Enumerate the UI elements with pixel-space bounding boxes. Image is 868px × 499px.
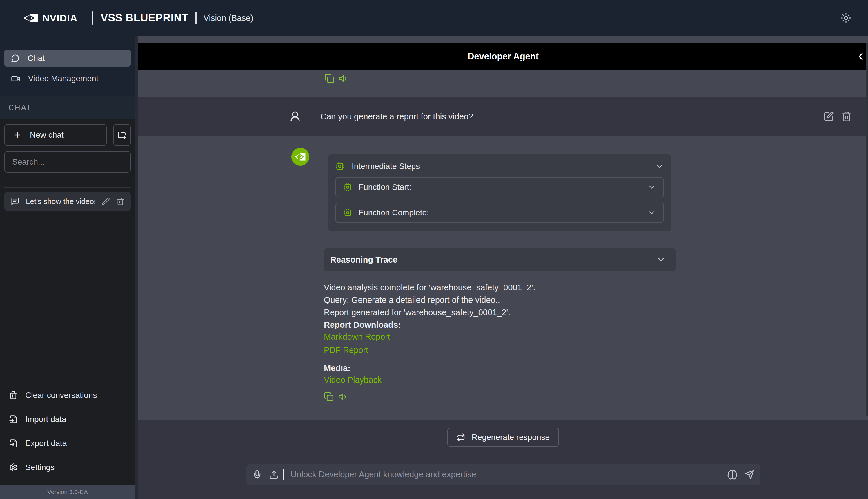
trash-icon [9,391,18,400]
trash-icon [116,197,124,205]
chat-input[interactable] [291,470,720,479]
footer-item-label: Export data [25,439,67,448]
chevron-left-icon [855,51,866,62]
footer-item-label: Clear conversations [25,391,97,400]
new-folder-button[interactable] [113,124,131,146]
send-message-button[interactable] [745,470,754,479]
markdown-report-link[interactable]: Markdown Report [324,332,676,342]
agent-title: Developer Agent [468,51,539,62]
copy-icon [324,74,334,84]
agent-title-bar: Developer Agent [138,44,868,70]
version-label: Version 3.0-EA [0,485,135,499]
sidebar-chat-panel: New chat Let's show the videos... [0,119,135,485]
query-line: Query: Generate a detailed report of the… [324,295,676,305]
regenerate-response-button[interactable]: Regenerate response [447,428,559,447]
brain-icon [727,470,737,480]
speaker-icon [339,74,349,84]
sun-icon [840,12,852,24]
pdf-report-link[interactable]: PDF Report [324,345,676,355]
message-list: Can you generate a report for this video… [138,70,868,420]
app-header: NVIDIA VSS BLUEPRINT Vision (Base) [0,0,868,36]
speaker-icon [338,392,348,402]
gear-icon [9,463,18,472]
read-aloud-button[interactable] [338,392,348,402]
knowledge-mode-button[interactable] [727,470,737,480]
nav-item-label: Video Management [28,74,98,83]
clear-conversations-button[interactable]: Clear conversations [4,383,131,407]
search-input[interactable] [4,151,131,173]
intermediate-steps-panel: Intermediate Steps Function Start: [328,155,672,231]
repeat-icon [457,433,465,442]
settings-button[interactable]: Settings [4,455,131,479]
message-circle-icon [11,54,20,63]
read-aloud-button[interactable] [339,74,349,84]
chevron-down-icon [648,209,656,217]
video-playback-link[interactable]: Video Playback [324,375,676,385]
new-chat-label: New chat [30,130,64,140]
microphone-icon [252,470,262,479]
function-complete-label: Function Complete: [359,208,429,217]
video-camera-icon [11,74,20,83]
reasoning-trace-label: Reasoning Trace [330,255,397,265]
copy-response-button[interactable] [324,74,334,84]
cpu-chip-icon [343,183,352,191]
function-start-label: Function Start: [359,183,411,192]
message-composer[interactable] [246,464,760,485]
trash-icon [841,111,852,122]
text-caret [283,469,284,480]
sidebar: Chat Video Management CHAT New chat [0,36,135,499]
media-heading: Media: [324,363,676,373]
delete-message-button[interactable] [841,111,852,122]
app-window: NVIDIA VSS BLUEPRINT Vision (Base) Chat … [0,0,868,499]
chevron-down-icon [656,255,666,264]
send-icon [745,470,754,479]
assistant-nvidia-avatar [291,148,309,166]
delete-conversation-button[interactable] [116,197,124,205]
user-message-text: Can you generate a report for this video… [320,112,473,121]
export-data-button[interactable]: Export data [4,431,131,455]
function-start-accordion[interactable]: Function Start: [335,177,664,197]
function-complete-accordion[interactable]: Function Complete: [335,203,664,223]
app-title: VSS BLUEPRINT [100,12,189,24]
edit-pen-icon [823,111,834,122]
sidebar-item-chat[interactable]: Chat [4,50,131,66]
new-chat-button[interactable]: New chat [4,124,107,146]
chevron-down-icon[interactable] [655,162,664,171]
upload-icon [269,470,279,479]
copy-response-button[interactable] [324,392,334,402]
reasoning-trace-panel[interactable]: Reasoning Trace [324,248,676,271]
sidebar-spacer [4,211,131,382]
intermediate-steps-header[interactable]: Intermediate Steps [335,161,664,172]
chat-section-label: CHAT [0,96,135,119]
theme-toggle-button[interactable] [838,10,854,26]
message-square-icon [11,197,20,206]
plus-icon [13,131,22,139]
import-data-button[interactable]: Import data [4,407,131,431]
sidebar-item-video-management[interactable]: Video Management [4,70,131,87]
brand-divider [92,11,93,25]
app-subtitle: Vision (Base) [204,13,253,23]
scrollbar[interactable] [866,44,868,415]
chat-footer: Regenerate response [138,420,868,499]
analysis-status-line: Video analysis complete for 'warehouse_s… [324,282,676,292]
nvidia-brand: NVIDIA [23,12,77,24]
report-downloads-heading: Report Downloads: [324,320,676,330]
rename-conversation-button[interactable] [102,197,110,205]
sidebar-nav: Chat Video Management [0,36,135,96]
collapse-panel-button[interactable] [855,44,866,70]
conversation-list-item[interactable]: Let's show the videos... [4,192,131,211]
user-message-row: Can you generate a report for this video… [138,97,868,136]
footer-item-label: Import data [25,415,67,424]
file-export-icon [9,439,18,448]
assistant-message-body: Video analysis complete for 'warehouse_s… [324,282,676,385]
nvidia-eye-logo-icon [23,12,39,24]
regenerate-label: Regenerate response [472,433,550,442]
voice-input-button[interactable] [252,470,262,479]
assistant-message-content: Intermediate Steps Function Start: [324,148,676,420]
cpu-chip-icon [335,162,344,171]
edit-message-button[interactable] [823,111,834,122]
chevron-down-icon [648,183,656,191]
nav-item-label: Chat [27,53,45,63]
previous-message-actions [138,70,868,97]
upload-file-button[interactable] [269,470,279,479]
